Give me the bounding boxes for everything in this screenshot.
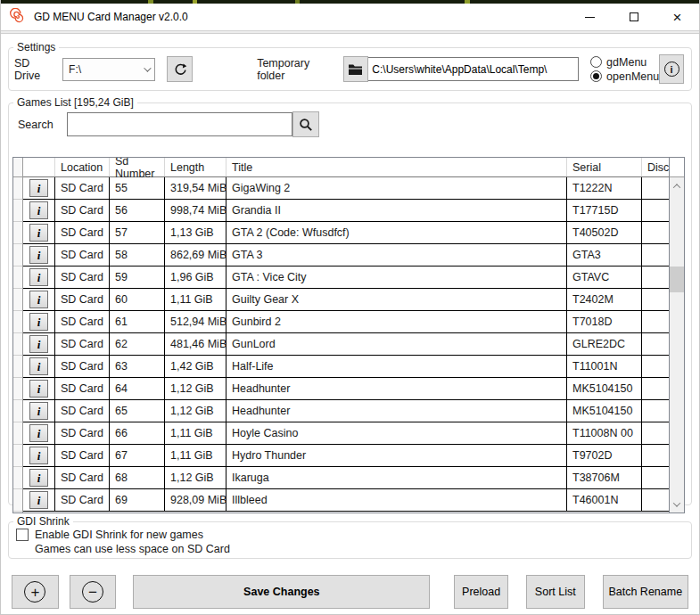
row-info-button[interactable]: i [29, 402, 48, 420]
refresh-icon [173, 62, 187, 77]
cell-length: 1,11 GiB [165, 422, 226, 444]
cell-length: 1,11 GiB [165, 445, 226, 466]
cell-length: 1,13 GiB [165, 222, 226, 243]
temp-folder-input[interactable] [368, 57, 579, 81]
row-info-cell: i [23, 266, 55, 288]
column-header-disc[interactable]: Disc [642, 158, 669, 176]
search-input[interactable] [67, 112, 292, 136]
row-info-button[interactable]: i [29, 201, 48, 219]
sd-drive-select[interactable]: F:\ [62, 58, 155, 81]
gdmenu-radio[interactable]: gdMenu [590, 56, 659, 69]
minus-circle-icon: − [82, 581, 103, 603]
row-info-cell: i [23, 378, 55, 399]
cell-serial: GTA3 [567, 244, 642, 266]
column-header-serial[interactable]: Serial [567, 158, 642, 176]
gdi-shrink-subtext: Games can use less space on SD Card [35, 541, 691, 555]
cell-sd-number: 64 [110, 378, 165, 399]
table-row[interactable]: i SD Card 69 928,09 MiB Illbleed T46001N [23, 489, 669, 512]
scroll-up-button[interactable] [670, 178, 684, 193]
info-icon: i [664, 62, 679, 77]
table-row[interactable]: i SD Card 56 998,74 MiB Grandia II T1771… [23, 200, 669, 222]
row-info-button[interactable]: i [29, 224, 48, 242]
row-info-cell: i [23, 333, 55, 355]
table-row[interactable]: i SD Card 61 512,94 MiB Gunbird 2 T7018D [23, 311, 669, 333]
row-info-button[interactable]: i [29, 179, 48, 197]
table-row[interactable]: i SD Card 64 1,12 GiB Headhunter MK51041… [23, 378, 669, 400]
cell-location: SD Card [55, 445, 110, 466]
cell-disc [642, 378, 669, 399]
row-info-button[interactable]: i [29, 447, 48, 464]
row-info-cell: i [23, 244, 55, 266]
minimize-button[interactable] [568, 4, 612, 30]
cell-serial: T40502D [567, 222, 642, 243]
row-info-button[interactable]: i [29, 380, 48, 398]
cell-sd-number: 57 [110, 222, 165, 243]
gdmenu-radio-label: gdMenu [606, 56, 646, 69]
row-info-button[interactable]: i [29, 335, 48, 353]
batch-rename-button[interactable]: Batch Rename [603, 575, 688, 609]
remove-game-button[interactable]: − [70, 575, 117, 609]
row-info-button[interactable]: i [29, 291, 48, 308]
table-row[interactable]: i SD Card 58 862,69 MiB GTA 3 GTA3 [23, 244, 669, 266]
cell-title: GunLord [226, 333, 567, 355]
table-row[interactable]: i SD Card 57 1,13 GiB GTA 2 (Code: Wfusd… [23, 222, 669, 244]
sd-drive-label: SD Drive [14, 57, 55, 82]
table-row[interactable]: i SD Card 68 1,12 GiB Ikaruga T38706M [23, 467, 669, 489]
preload-button[interactable]: Preload [454, 575, 508, 609]
scroll-down-button[interactable] [670, 496, 684, 512]
cell-sd-number: 69 [110, 489, 165, 511]
search-label: Search [18, 119, 54, 131]
row-info-cell: i [23, 422, 55, 444]
info-icon: i [37, 250, 41, 261]
openmenu-radio-label: openMenu [606, 70, 659, 83]
column-header-length[interactable]: Length [165, 158, 226, 176]
vertical-scrollbar[interactable] [669, 158, 684, 512]
info-icon: i [37, 450, 41, 462]
cell-serial: T17715D [567, 200, 642, 221]
openmenu-radio[interactable]: openMenu [590, 70, 659, 83]
cell-location: SD Card [55, 266, 110, 288]
row-info-button[interactable]: i [29, 357, 48, 375]
info-icon: i [37, 472, 41, 484]
folder-browse-button[interactable] [343, 56, 369, 82]
table-row[interactable]: i SD Card 67 1,11 GiB Hydro Thunder T970… [23, 445, 669, 467]
radio-icon [590, 70, 602, 82]
row-info-button[interactable]: i [29, 268, 48, 286]
titlebar[interactable]: GD MENU Card Manager v2.0.0 × [1, 4, 699, 30]
add-game-button[interactable]: + [12, 575, 59, 609]
cell-disc [642, 266, 669, 288]
sort-list-button[interactable]: Sort List [526, 575, 585, 609]
column-header-info[interactable] [23, 158, 55, 176]
column-header-sd-number[interactable]: Sd Number [110, 158, 165, 176]
table-row[interactable]: i SD Card 60 1,11 GiB Guilty Gear X T240… [23, 289, 669, 311]
cell-title: GigaWing 2 [226, 177, 567, 199]
row-info-button[interactable]: i [29, 491, 48, 509]
cell-title: Headhunter [226, 378, 567, 399]
close-button[interactable]: × [655, 4, 699, 30]
maximize-button[interactable] [612, 4, 655, 30]
cell-location: SD Card [55, 311, 110, 332]
table-row[interactable]: i SD Card 55 319,54 MiB GigaWing 2 T1222… [23, 177, 669, 200]
row-info-button[interactable]: i [29, 424, 48, 442]
gdi-shrink-checkbox[interactable] [16, 529, 29, 541]
gdi-shrink-checkbox-row[interactable]: Enable GDI Shrink for new games [9, 528, 691, 541]
row-info-button[interactable]: i [29, 313, 48, 331]
column-header-location[interactable]: Location [55, 158, 110, 176]
table-row[interactable]: i SD Card 63 1,42 GiB Half-Life T11001N [23, 356, 669, 378]
row-info-button[interactable]: i [29, 469, 48, 487]
window-title: GD MENU Card Manager v2.0.0 [34, 11, 188, 23]
cell-location: SD Card [55, 289, 110, 310]
save-changes-button[interactable]: Save Changes [133, 575, 430, 609]
table-row[interactable]: i SD Card 66 1,11 GiB Hoyle Casino T1100… [23, 422, 669, 445]
scrollbar-corner [670, 158, 684, 177]
table-row[interactable]: i SD Card 62 481,46 MiB GunLord GLRE2DC [23, 333, 669, 356]
table-row[interactable]: i SD Card 65 1,12 GiB Headhunter MK51041… [23, 400, 669, 422]
refresh-button[interactable] [167, 56, 193, 82]
cell-serial: T11008N 00 [567, 422, 642, 444]
table-row[interactable]: i SD Card 59 1,96 GiB GTA : Vice City GT… [23, 266, 669, 289]
about-info-button[interactable]: i [659, 54, 684, 84]
row-info-button[interactable]: i [29, 246, 48, 264]
column-header-title[interactable]: Title [226, 158, 567, 176]
scrollbar-thumb[interactable] [670, 266, 684, 292]
search-button[interactable] [292, 111, 319, 137]
